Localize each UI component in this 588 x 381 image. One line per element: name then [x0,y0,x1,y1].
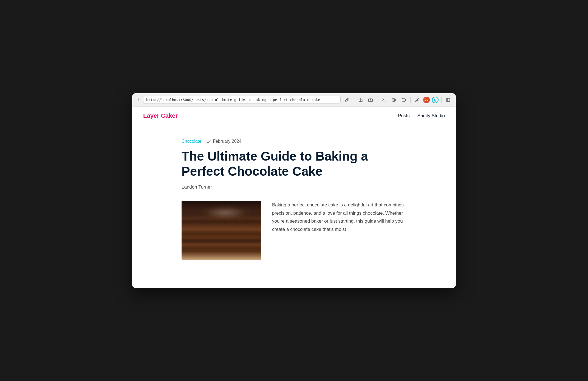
info-icon: i [136,98,140,102]
browser-chrome: i http://localhost:3000/posts/the-ultima… [132,93,456,107]
globe-icon[interactable] [390,96,398,104]
post-date: 14 February 2024 [207,139,241,144]
extension-icon-2[interactable]: Q [432,97,439,103]
divider-4 [441,97,442,103]
share-icon[interactable] [343,96,351,104]
post-author: Landon Turner [182,184,406,190]
divider-2 [377,97,377,103]
post-container: Chocolate 14 February 2024 The Ultimate … [171,125,417,274]
post-title: The Ultimate Guide to Baking a Perfect C… [182,149,406,179]
post-image [182,201,261,260]
divider-1 [354,97,354,103]
website-content: Layer Caker Posts Sanity Studio Chocolat… [132,107,456,288]
post-category[interactable]: Chocolate [182,139,201,144]
site-logo[interactable]: Layer Caker [143,112,178,119]
divider-3 [410,97,411,103]
nav-link-sanity-studio[interactable]: Sanity Studio [417,113,445,119]
svg-rect-12 [446,98,450,102]
nav-links: Posts Sanity Studio [398,113,445,119]
post-body: Baking a perfect chocolate cake is a del… [182,201,406,260]
puzzle-icon[interactable] [413,96,421,104]
nav-link-posts[interactable]: Posts [398,113,410,119]
site-navigation: Layer Caker Posts Sanity Studio [132,107,456,125]
svg-point-1 [370,99,371,101]
cake-image [182,201,261,260]
post-meta: Chocolate 14 February 2024 [182,139,406,144]
sidebar-icon[interactable] [444,96,452,104]
extension-icon-1[interactable]: 🦊 [423,97,430,103]
terminal-icon[interactable] [380,96,388,104]
browser-toolbar: 🦊 Q [343,96,452,104]
crosshair-icon[interactable] [400,96,408,104]
camera-icon[interactable] [367,96,374,104]
browser-window: i http://localhost:3000/posts/the-ultima… [132,93,456,288]
post-excerpt: Baking a perfect chocolate cake is a del… [272,201,406,234]
download-icon[interactable] [357,96,364,104]
address-bar[interactable]: http://localhost:3000/posts/the-ultimate… [143,96,341,103]
